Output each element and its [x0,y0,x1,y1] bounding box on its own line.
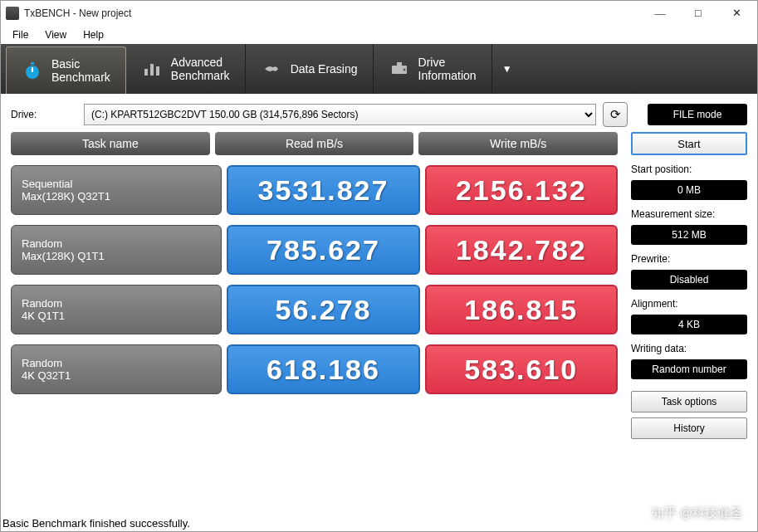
tab-data-erasing[interactable]: Data Erasing [246,44,374,94]
title-bar: TxBENCH - New project — □ ✕ [1,1,757,26]
writing-data-label: Writing data: [631,343,747,354]
erase-icon [261,58,282,80]
menu-help[interactable]: Help [75,27,112,42]
alignment-label: Alignment: [631,298,747,310]
refresh-button[interactable]: ⟳ [603,102,628,127]
tab-label-l1: Drive [418,56,446,69]
task-button[interactable]: Random 4K Q32T1 [11,344,222,394]
write-value: 1842.782 [425,225,618,275]
drive-select[interactable]: (C:) KPART512GBC2DVT 150.00 GB (314,576,… [84,104,596,125]
tab-label-l1: Advanced [171,56,223,69]
app-icon [6,7,19,20]
svg-point-7 [403,69,405,71]
measurement-size-label: Measurement size: [631,208,747,220]
tab-label-l2: Benchmark [171,69,230,82]
tab-label-l2: Information [418,69,477,82]
task-button[interactable]: Random 4K Q1T1 [11,285,222,334]
prewrite-label: Prewrite: [631,253,747,265]
maximize-button[interactable]: □ [679,1,717,26]
menu-file[interactable]: File [4,27,37,42]
start-button[interactable]: Start [631,132,747,155]
svg-rect-4 [150,64,154,76]
table-row: Random Max(128K) Q1T1 785.627 1842.782 [11,225,618,275]
start-position-value[interactable]: 0 MB [631,180,747,200]
watermark: 知乎 @科技健圣 [652,505,742,521]
alignment-value[interactable]: 4 KB [631,315,747,334]
prewrite-value[interactable]: Disabled [631,270,747,290]
ribbon: BasicBenchmark AdvancedBenchmark Data Er… [1,44,757,94]
tab-label: Data Erasing [291,62,358,76]
task-button[interactable]: Random Max(128K) Q1T1 [11,225,222,275]
drive-row: Drive: (C:) KPART512GBC2DVT 150.00 GB (3… [1,94,757,132]
ribbon-dropdown[interactable]: ▼ [492,44,522,94]
table-row: Random 4K Q1T1 56.278 186.815 [11,285,618,334]
refresh-icon: ⟳ [610,107,621,122]
write-value: 2156.132 [425,165,618,215]
writing-data-value[interactable]: Random number [631,359,747,379]
read-value: 618.186 [227,344,419,394]
task-button[interactable]: Sequential Max(128K) Q32T1 [11,165,222,215]
tab-label-l2: Benchmark [51,71,110,84]
window-title: TxBENCH - New project [24,7,641,19]
bars-icon [141,58,163,80]
file-mode-button[interactable]: FILE mode [648,104,747,125]
close-button[interactable]: ✕ [717,1,756,26]
status-bar: Basic Benchmark finished successfully. [2,517,190,530]
results-table: Task name Read mB/s Write mB/s Sequentia… [11,132,618,439]
start-position-label: Start position: [631,164,747,175]
drive-icon [389,58,410,80]
task-options-button[interactable]: Task options [631,391,747,412]
tab-drive-information[interactable]: DriveInformation [374,44,492,94]
tab-label-l1: Basic [51,57,80,71]
measurement-size-value[interactable]: 512 MB [631,225,747,245]
menu-view[interactable]: View [37,27,75,42]
svg-rect-5 [156,66,159,76]
svg-rect-3 [144,69,148,76]
table-row: Random 4K Q32T1 618.186 583.610 [11,344,618,394]
tab-advanced-benchmark[interactable]: AdvancedBenchmark [126,44,246,94]
header-read: Read mB/s [215,132,414,155]
menu-bar: File View Help [1,26,757,44]
write-value: 583.610 [425,344,618,394]
drive-label: Drive: [11,109,77,120]
history-button[interactable]: History [631,417,747,439]
stopwatch-icon [22,60,43,81]
read-value: 56.278 [227,285,419,334]
svg-rect-1 [31,62,34,65]
side-panel: Start Start position: 0 MB Measurement s… [631,132,747,439]
header-task: Task name [11,132,210,155]
read-value: 785.627 [227,225,419,275]
header-write: Write mB/s [418,132,618,155]
minimize-button[interactable]: — [641,1,679,26]
tab-basic-benchmark[interactable]: BasicBenchmark [6,46,126,94]
write-value: 186.815 [425,285,618,334]
read-value: 3531.827 [227,165,419,215]
table-row: Sequential Max(128K) Q32T1 3531.827 2156… [11,165,618,215]
svg-rect-8 [397,62,402,66]
